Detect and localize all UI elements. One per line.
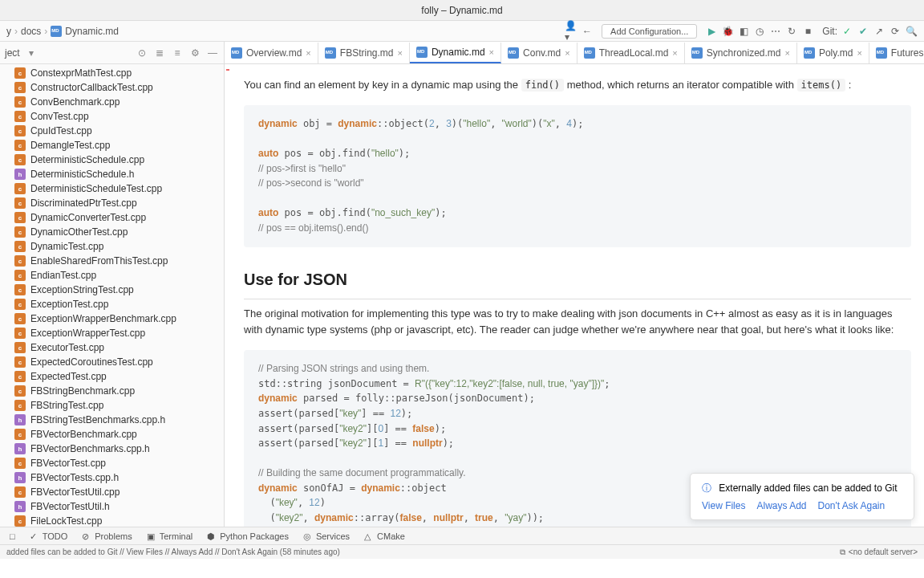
file-name: ExpectedCoroutinesTest.cpp (30, 356, 153, 368)
tool-tab-python[interactable]: ⬢Python Packages (201, 527, 295, 544)
file-name: FBVectorTests.cpp.h (30, 472, 119, 483)
editor-area[interactable]: You can find an element by key in a dyna… (225, 64, 924, 527)
editor-tab[interactable]: ThreadLocal.md× (578, 43, 685, 63)
markdown-icon (508, 47, 519, 59)
git-push-icon[interactable]: ↗ (873, 25, 886, 38)
close-icon[interactable]: × (857, 48, 861, 58)
file-item[interactable]: cExceptionStringTest.cpp (0, 283, 224, 297)
file-item[interactable]: cExceptionWrapperTest.cpp (0, 326, 224, 340)
git-update-icon[interactable]: ✓ (841, 25, 853, 38)
tool-tab-problems[interactable]: ⊘Problems (75, 527, 138, 544)
coverage-icon[interactable]: ◧ (737, 25, 750, 38)
close-icon[interactable]: × (306, 48, 310, 58)
file-item[interactable]: cExecutorTest.cpp (0, 340, 224, 355)
file-item[interactable]: hFBStringTestBenchmarks.cpp.h (0, 413, 224, 427)
file-item[interactable]: cFBStringTest.cpp (0, 398, 224, 413)
stop-icon[interactable]: ■ (801, 25, 814, 38)
editor-tab[interactable]: Poly.md× (797, 43, 869, 63)
file-tree[interactable]: cConstexprMathTest.cppcConstructorCallba… (0, 64, 224, 527)
file-item[interactable]: cDiscriminatedPtrTest.cpp (0, 196, 224, 210)
cpp-file-icon: c (14, 226, 26, 238)
file-item[interactable]: cExceptionWrapperBenchmark.cpp (0, 311, 224, 326)
editor-tab[interactable]: FBString.md× (318, 43, 410, 63)
collapse-all-icon[interactable]: ≡ (171, 47, 184, 59)
breadcrumb-seg[interactable]: docs (21, 26, 41, 37)
run-icon[interactable]: ▶ (705, 25, 718, 38)
cpp-file-icon: c (14, 458, 26, 469)
add-configuration-button[interactable]: Add Configuration... (602, 24, 697, 39)
tab-label: ThreadLocal.md (599, 47, 669, 59)
file-name: FBStringTest.cpp (30, 400, 103, 411)
file-item[interactable]: hDeterministicSchedule.h (0, 167, 224, 181)
search-icon[interactable]: 🔍 (905, 25, 918, 38)
close-icon[interactable]: × (397, 48, 402, 58)
debug-icon[interactable]: 🐞 (721, 25, 734, 38)
file-item[interactable]: cConstructorCallbackTest.cpp (0, 80, 224, 95)
attach-icon[interactable]: ⋯ (769, 25, 782, 38)
editor-tab[interactable]: Dynamic.md× (410, 43, 501, 63)
notif-link-always[interactable]: Always Add (756, 500, 806, 511)
expand-all-icon[interactable]: ≣ (153, 47, 166, 59)
file-item[interactable]: cEndianTest.cpp (0, 268, 224, 283)
window-titlebar: folly – Dynamic.md (0, 0, 924, 21)
file-item[interactable]: cFBVectorBenchmark.cpp (0, 427, 224, 442)
file-name: DeterministicSchedule.cpp (30, 154, 144, 165)
file-item[interactable]: cExpectedTest.cpp (0, 369, 224, 384)
file-item[interactable]: cFBVectorTest.cpp (0, 456, 224, 470)
project-panel-header: ject ▾ ⊙ ≣ ≡ ⚙ — (0, 42, 224, 64)
file-item[interactable]: cExpectedCoroutinesTest.cpp (0, 355, 224, 369)
file-item[interactable]: cFBStringBenchmark.cpp (0, 384, 224, 398)
file-item[interactable]: hFBVectorTestUtil.h (0, 499, 224, 514)
close-icon[interactable]: × (565, 48, 569, 58)
cpp-file-icon: c (14, 154, 26, 165)
dropdown-icon[interactable]: ▾ (25, 47, 38, 59)
markdown-icon (876, 47, 887, 59)
status-server[interactable]: ⧉ <no default server> (840, 547, 918, 557)
tool-tab-services[interactable]: ◎Services (297, 527, 356, 544)
breadcrumb-seg[interactable]: y (6, 26, 11, 37)
file-item[interactable]: cEnableSharedFromThisTest.cpp (0, 254, 224, 268)
tool-tab-minimize[interactable]: □ (3, 527, 22, 544)
file-item[interactable]: cDynamicTest.cpp (0, 239, 224, 254)
editor-tab[interactable]: Futures.md× (869, 43, 924, 63)
back-icon[interactable]: ← (581, 25, 594, 38)
file-item[interactable]: hFBVectorBenchmarks.cpp.h (0, 442, 224, 456)
notif-link-dontask[interactable]: Don't Ask Again (818, 500, 886, 511)
cpp-file-icon: c (14, 284, 26, 295)
cpp-file-icon: c (14, 96, 26, 108)
file-item[interactable]: cExceptionTest.cpp (0, 297, 224, 311)
file-item[interactable]: cDeterministicScheduleTest.cpp (0, 181, 224, 196)
close-icon[interactable]: × (489, 47, 494, 57)
tool-tab-cmake[interactable]: △CMake (358, 527, 411, 544)
git-history-icon[interactable]: ⟳ (889, 25, 902, 38)
file-item[interactable]: cConvBenchmark.cpp (0, 95, 224, 109)
select-open-icon[interactable]: ⊙ (136, 47, 148, 59)
file-item[interactable]: cConstexprMathTest.cpp (0, 66, 224, 80)
file-item[interactable]: hFBVectorTests.cpp.h (0, 470, 224, 485)
file-item[interactable]: cFileLockTest.cpp (0, 514, 224, 527)
gear-icon[interactable]: ⚙ (188, 47, 201, 59)
file-item[interactable]: cFBVectorTestUtil.cpp (0, 485, 224, 499)
close-icon[interactable]: × (785, 48, 790, 58)
git-commit-icon[interactable]: ✔ (857, 25, 869, 38)
file-item[interactable]: cDynamicOtherTest.cpp (0, 225, 224, 239)
file-item[interactable]: cDemangleTest.cpp (0, 138, 224, 153)
hide-icon[interactable]: — (206, 47, 219, 59)
close-icon[interactable]: × (672, 48, 677, 58)
file-item[interactable]: cDeterministicSchedule.cpp (0, 153, 224, 167)
project-label: ject (5, 47, 20, 59)
file-item[interactable]: cDynamicConverterTest.cpp (0, 210, 224, 225)
breadcrumb-seg[interactable]: Dynamic.md (65, 26, 119, 37)
file-item[interactable]: cCpuIdTest.cpp (0, 124, 224, 138)
notif-link-view[interactable]: View Files (702, 500, 745, 511)
tool-tab-terminal[interactable]: ▣Terminal (140, 527, 200, 544)
editor-tab[interactable]: Overview.md× (225, 43, 318, 63)
editor-tab[interactable]: Conv.md× (501, 43, 578, 63)
user-icon[interactable]: 👤▾ (565, 25, 578, 38)
profile-icon[interactable]: ◷ (753, 25, 766, 38)
restart-icon[interactable]: ↻ (785, 25, 798, 38)
editor-tab[interactable]: Synchronized.md× (685, 43, 797, 63)
file-name: FBStringBenchmark.cpp (30, 385, 135, 397)
tool-tab-todo[interactable]: ✓TODO (23, 527, 75, 544)
file-item[interactable]: cConvTest.cpp (0, 109, 224, 124)
